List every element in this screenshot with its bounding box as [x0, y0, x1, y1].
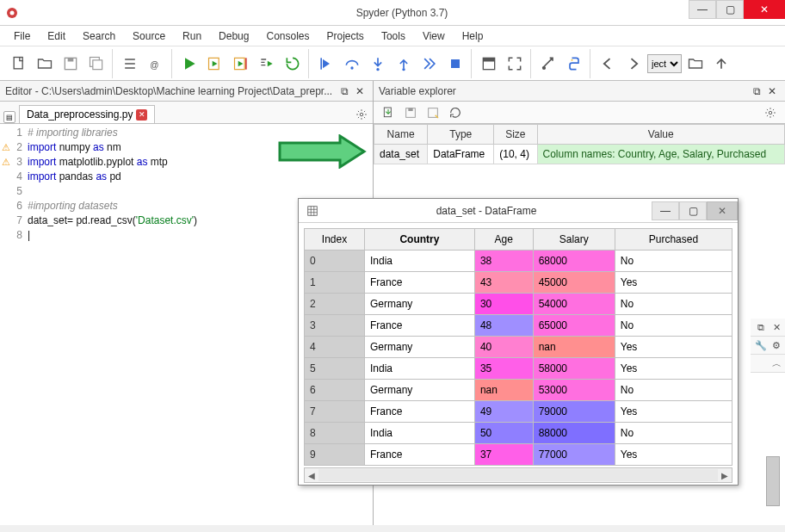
menu-file[interactable]: File [5, 28, 39, 45]
menu-search[interactable]: Search [74, 28, 124, 45]
save-data-button[interactable] [401, 104, 420, 121]
fullscreen-button[interactable] [503, 52, 527, 76]
df-row[interactable]: 5India3558000Yes [305, 358, 732, 380]
side-up-icon[interactable]: ︿ [770, 356, 783, 370]
side-close-icon[interactable]: ✕ [770, 320, 783, 334]
run-selection-button[interactable] [255, 52, 279, 76]
df-row[interactable]: 8India5088000No [305, 423, 732, 444]
varexp-undock-button[interactable]: ⧉ [750, 85, 764, 97]
df-col-salary[interactable]: Salary [533, 229, 615, 251]
horizontal-scrollbar[interactable]: ◀ ▶ [304, 467, 732, 483]
step-into-button[interactable] [366, 52, 390, 76]
window-title: Spyder (Python 3.7) [19, 7, 785, 19]
scroll-right-icon[interactable]: ▶ [718, 471, 732, 480]
var-col-name[interactable]: Name [374, 125, 428, 145]
file-tab-close-button[interactable]: ✕ [136, 109, 147, 121]
varexp-close-button[interactable]: ✕ [764, 85, 780, 97]
save-button[interactable] [59, 52, 83, 76]
menu-run[interactable]: Run [174, 28, 210, 45]
save-data-as-button[interactable] [423, 104, 442, 121]
app-logo-icon [5, 6, 19, 20]
editor-close-button[interactable]: ✕ [352, 85, 368, 97]
df-row[interactable]: 9France3777000Yes [305, 444, 732, 466]
back-button[interactable] [596, 52, 620, 76]
df-col-country[interactable]: Country [365, 229, 475, 251]
df-row[interactable]: 7France4979000Yes [305, 401, 732, 423]
var-size-cell: (10, 4) [494, 145, 537, 164]
menu-view[interactable]: View [414, 28, 454, 45]
svg-point-12 [350, 66, 353, 69]
var-col-size[interactable]: Size [494, 125, 537, 145]
stop-debug-button[interactable] [443, 52, 467, 76]
df-col-index[interactable]: Index [305, 229, 365, 251]
menu-edit[interactable]: Edit [39, 28, 74, 45]
preferences-button[interactable] [536, 52, 560, 76]
side-undock-icon[interactable]: ⧉ [754, 320, 768, 334]
df-row[interactable]: 4Germany40nanYes [305, 337, 732, 358]
dataframe-window-title: data_set - DataFrame [321, 205, 652, 217]
df-col-purchased[interactable]: Purchased [615, 229, 732, 251]
maximize-button[interactable]: ▢ [716, 0, 744, 19]
working-dir-select[interactable]: ject [647, 54, 682, 73]
browse-tabs-button[interactable]: ▤ [3, 111, 15, 123]
list-button[interactable] [118, 52, 142, 76]
rerun-button[interactable] [281, 52, 305, 76]
svg-rect-26 [308, 206, 318, 215]
df-row[interactable]: 6Germanynan53000No [305, 380, 732, 401]
df-row[interactable]: 2Germany3054000No [305, 294, 732, 315]
close-button[interactable]: ✕ [744, 0, 785, 19]
refresh-button[interactable] [446, 104, 465, 121]
editor-options-button[interactable] [355, 108, 368, 123]
run-button[interactable] [177, 52, 201, 76]
dataframe-table: IndexCountryAgeSalaryPurchased 0India386… [304, 228, 732, 466]
df-row[interactable]: 3France4865000No [305, 315, 732, 337]
title-bar: Spyder (Python 3.7) — ▢ ✕ [0, 0, 785, 26]
editor-undock-button[interactable]: ⧉ [337, 85, 352, 97]
forward-button[interactable] [621, 52, 646, 76]
menu-debug[interactable]: Debug [210, 28, 257, 45]
menu-source[interactable]: Source [124, 28, 174, 45]
svg-rect-4 [68, 58, 74, 61]
df-maximize-button[interactable]: ▢ [679, 201, 707, 220]
svg-rect-17 [483, 58, 494, 61]
df-close-button[interactable]: ✕ [707, 201, 738, 220]
df-row[interactable]: 0India3868000No [305, 251, 732, 272]
continue-button[interactable] [417, 52, 442, 76]
minimize-button[interactable]: — [689, 0, 716, 19]
new-file-button[interactable] [7, 52, 31, 76]
at-button[interactable]: @ [144, 52, 168, 76]
browse-dir-button[interactable] [683, 52, 708, 76]
parent-dir-button[interactable] [709, 52, 733, 76]
df-minimize-button[interactable]: — [652, 201, 679, 220]
var-name-cell: data_set [374, 145, 428, 164]
menu-projects[interactable]: Projects [318, 28, 373, 45]
var-col-type[interactable]: Type [428, 125, 494, 145]
step-out-button[interactable] [392, 52, 416, 76]
var-col-value[interactable]: Value [537, 125, 785, 145]
svg-rect-15 [451, 59, 460, 68]
open-file-button[interactable] [33, 52, 57, 76]
varexp-options-button[interactable] [761, 104, 780, 121]
menu-bar: FileEditSearchSourceRunDebugConsolesProj… [0, 26, 785, 46]
variable-explorer-title: Variable explorer [379, 85, 750, 97]
scroll-left-icon[interactable]: ◀ [305, 471, 318, 480]
import-data-button[interactable] [379, 104, 398, 121]
menu-consoles[interactable]: Consoles [257, 28, 318, 45]
vertical-scrollbar[interactable] [766, 456, 780, 506]
debug-button[interactable] [314, 52, 338, 76]
menu-tools[interactable]: Tools [373, 28, 414, 45]
side-gear-icon[interactable]: ⚙ [770, 338, 783, 352]
menu-help[interactable]: Help [454, 28, 492, 45]
file-tab[interactable]: Data_preprocessing.py ✕ [19, 105, 155, 123]
run-cell-advance-button[interactable] [229, 52, 253, 76]
side-wrench-icon[interactable]: 🔧 [754, 338, 768, 352]
file-tab-label: Data_preprocessing.py [27, 108, 133, 121]
python-path-button[interactable] [562, 52, 586, 76]
step-over-button[interactable] [340, 52, 364, 76]
maximize-pane-button[interactable] [477, 52, 501, 76]
variable-row[interactable]: data_set DataFrame (10, 4) Column names:… [374, 145, 785, 164]
run-cell-button[interactable] [203, 52, 227, 76]
save-all-button[interactable] [84, 52, 108, 76]
df-col-age[interactable]: Age [474, 229, 533, 251]
df-row[interactable]: 1France4345000Yes [305, 272, 732, 294]
